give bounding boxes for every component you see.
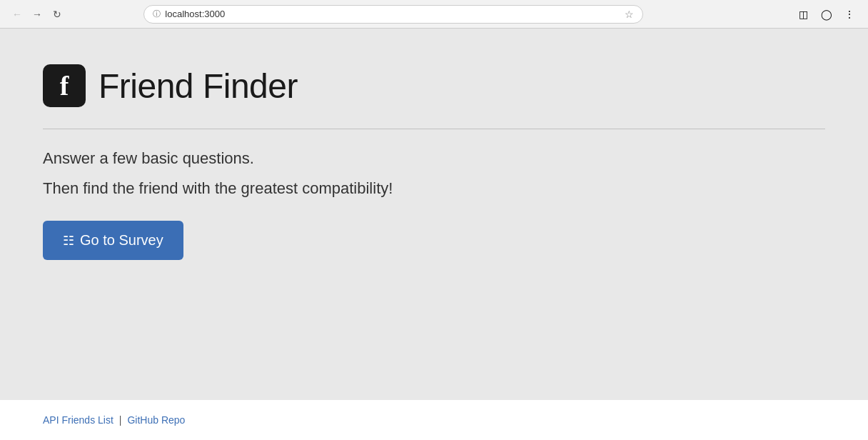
extensions-icon[interactable]: ◫ xyxy=(794,4,814,24)
back-button[interactable]: ← xyxy=(9,6,26,23)
go-to-survey-label: Go to Survey xyxy=(80,232,163,249)
footer: API Friends List | GitHub Repo xyxy=(0,400,868,440)
api-friends-list-link[interactable]: API Friends List xyxy=(43,414,113,426)
survey-list-icon: ☷ xyxy=(63,233,74,249)
footer-separator: | xyxy=(119,414,122,426)
browser-chrome: ← → ↻ ⓘ localhost:3000 ☆ ◫ ◯ ⋮ xyxy=(0,0,868,29)
forward-button[interactable]: → xyxy=(29,6,46,23)
nav-buttons: ← → ↻ xyxy=(9,6,66,23)
url-text: localhost:3000 xyxy=(165,9,620,19)
page-wrapper: f Friend Finder Answer a few basic quest… xyxy=(0,29,868,440)
security-icon: ⓘ xyxy=(153,9,161,19)
app-header: f Friend Finder xyxy=(43,64,825,107)
profile-icon[interactable]: ◯ xyxy=(817,4,837,24)
app-title: Friend Finder xyxy=(99,66,298,106)
main-content: f Friend Finder Answer a few basic quest… xyxy=(0,29,868,400)
header-divider xyxy=(43,129,825,129)
reload-button[interactable]: ↻ xyxy=(49,6,66,23)
subtitle-line-1: Answer a few basic questions. xyxy=(43,149,825,168)
menu-icon[interactable]: ⋮ xyxy=(839,4,859,24)
bookmark-icon[interactable]: ☆ xyxy=(625,9,634,20)
github-repo-link[interactable]: GitHub Repo xyxy=(127,414,185,426)
address-bar[interactable]: ⓘ localhost:3000 ☆ xyxy=(143,5,643,24)
toolbar-right: ◫ ◯ ⋮ xyxy=(794,4,859,24)
subtitle-line-2: Then find the friend with the greatest c… xyxy=(43,179,825,198)
facebook-icon: f xyxy=(43,64,86,107)
go-to-survey-button[interactable]: ☷ Go to Survey xyxy=(43,221,183,260)
